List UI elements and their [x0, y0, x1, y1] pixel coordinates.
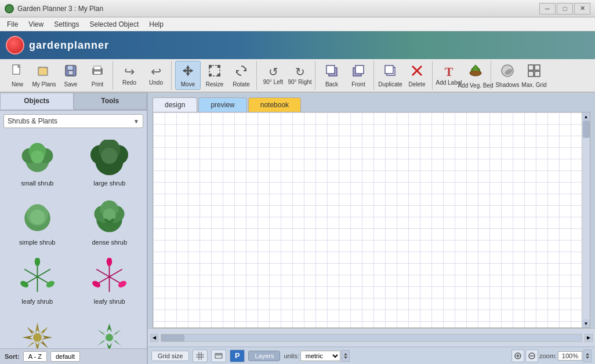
zoom-out-button[interactable]	[525, 350, 538, 362]
svg-rect-27	[535, 71, 540, 77]
shadows-button[interactable]: Shadows	[495, 61, 520, 90]
delete-button[interactable]: Delete	[404, 61, 430, 90]
scroll-h-thumb[interactable]	[161, 334, 184, 341]
svg-rect-18	[385, 65, 393, 74]
svg-rect-12	[217, 74, 220, 77]
print-button[interactable]: Print	[85, 61, 110, 90]
tab-design[interactable]: design	[153, 97, 197, 112]
rotate-icon	[234, 64, 248, 80]
maximize-button[interactable]: □	[557, 3, 573, 14]
list-item[interactable]: large shrub	[75, 134, 145, 191]
move-button[interactable]: Move	[175, 61, 201, 90]
addvegbed-icon	[467, 63, 484, 81]
svg-line-63	[96, 269, 109, 276]
menu-selected-object[interactable]: Selected Object	[85, 19, 144, 30]
rotate90-tool-group: ↺ 90° Left ↻ 90° Right	[258, 61, 315, 90]
panel-tabs: Objects Tools	[0, 93, 147, 111]
svg-point-70	[117, 279, 128, 288]
menu-settings[interactable]: Settings	[49, 19, 84, 30]
90right-button[interactable]: ↻ 90° Right	[287, 61, 313, 90]
menu-view[interactable]: View	[24, 19, 48, 30]
simple-shrub-label: simple shrub	[19, 239, 55, 246]
svg-rect-16	[355, 65, 364, 74]
addvegbed-button[interactable]: Add Veg. Bed	[463, 61, 488, 90]
undo-button[interactable]: ↩ Undo	[143, 61, 169, 90]
title-bar-text: Garden Planner 3 : My Plan	[17, 5, 103, 13]
horizontal-scrollbar[interactable]	[161, 334, 582, 342]
list-item[interactable]: small shrub	[2, 134, 72, 191]
units-select[interactable]: metric imperial	[300, 351, 340, 361]
list-item[interactable]: leafy shrub	[75, 252, 145, 309]
list-item[interactable]: leafy shrub	[2, 252, 72, 309]
front-button[interactable]: Front	[346, 61, 371, 90]
sort-default-button[interactable]: default	[50, 351, 80, 362]
resize-button[interactable]: Resize	[202, 61, 227, 90]
90left-button[interactable]: ↺ 90° Left	[260, 61, 286, 90]
objects-grid: small shrub large shrub simple shrub	[0, 132, 147, 348]
logo-icon	[6, 36, 24, 54]
svg-marker-83	[113, 339, 121, 345]
p-icon-button[interactable]: P	[230, 350, 245, 362]
simple-shrub-icon	[17, 197, 57, 238]
scroll-down-button[interactable]: ▼	[583, 319, 590, 327]
svg-point-71	[107, 258, 112, 266]
scroll-v-thumb[interactable]	[583, 121, 590, 138]
scroll-left-button[interactable]: ◀	[150, 334, 158, 342]
zoom-in-button[interactable]	[511, 350, 524, 362]
svg-point-40	[30, 209, 45, 224]
category-selector[interactable]: Shrubs & Plants ▼	[3, 114, 143, 128]
svg-marker-74	[35, 341, 39, 348]
sort-label: Sort:	[5, 353, 20, 360]
vertical-scrollbar[interactable]: ▲ ▼	[582, 112, 590, 327]
svg-point-87	[106, 333, 113, 341]
maxgrid-button[interactable]: Max. Grid	[521, 61, 547, 90]
zoom-value: 100%	[558, 351, 582, 361]
back-label: Back	[325, 81, 338, 88]
units-arrow[interactable]	[342, 350, 350, 362]
svg-marker-76	[39, 326, 48, 335]
tab-preview[interactable]: preview	[198, 97, 246, 112]
back-button[interactable]: Back	[319, 61, 344, 90]
duplicate-icon	[383, 64, 397, 80]
list-item[interactable]: simple shrub	[2, 193, 72, 250]
menu-bar: File View Settings Selected Object Help	[0, 17, 595, 31]
list-item[interactable]: plant	[75, 311, 145, 348]
ruler-icon-button[interactable]	[211, 350, 226, 362]
right-panel: design preview notebook ▲ ▼ ◀ ▶ Grid siz…	[148, 93, 595, 364]
duplicate-button[interactable]: Duplicate	[378, 61, 403, 90]
zoom-group: zoom: 100%	[511, 350, 592, 362]
grid-size-button[interactable]: Grid size	[151, 351, 189, 361]
layers-button[interactable]: Layers	[248, 351, 280, 361]
svg-point-57	[19, 279, 30, 288]
status-bar: Grid size P Layers units: metric imperia…	[148, 347, 595, 364]
menu-help[interactable]: Help	[144, 19, 168, 30]
svg-line-61	[110, 269, 122, 276]
list-item[interactable]: dense shrub	[75, 193, 145, 250]
minimize-button[interactable]: ─	[539, 3, 556, 14]
maxgrid-icon	[527, 63, 542, 81]
canvas-area[interactable]: ▲ ▼	[153, 112, 590, 328]
tab-notebook[interactable]: notebook	[248, 97, 301, 112]
90left-label: 90° Left	[263, 79, 284, 85]
tab-tools[interactable]: Tools	[74, 93, 147, 110]
menu-file[interactable]: File	[2, 19, 23, 30]
redo-button[interactable]: ↪ Redo	[117, 61, 142, 90]
scroll-up-button[interactable]: ▲	[583, 112, 590, 121]
svg-line-49	[37, 269, 50, 276]
sort-az-button[interactable]: A - Z	[23, 351, 47, 362]
svg-rect-24	[528, 65, 534, 70]
close-button[interactable]: ✕	[574, 3, 590, 14]
list-item[interactable]: spikey plant	[2, 311, 72, 348]
svg-marker-82	[113, 329, 121, 336]
myplans-button[interactable]: My Plans	[31, 61, 57, 90]
rotate-button[interactable]: Rotate	[228, 61, 254, 90]
zoom-arrow[interactable]	[583, 350, 592, 362]
add-tool-group: T Add Label Add Veg. Bed	[434, 61, 491, 90]
svg-rect-25	[535, 65, 540, 70]
title-bar: Garden Planner 3 : My Plan ─ □ ✕	[0, 0, 595, 17]
scroll-right-button[interactable]: ▶	[585, 334, 593, 342]
grid-icon-button[interactable]	[193, 350, 208, 362]
new-button[interactable]: New	[5, 61, 30, 90]
save-button[interactable]: Save	[58, 61, 84, 90]
tab-objects[interactable]: Objects	[0, 93, 74, 110]
